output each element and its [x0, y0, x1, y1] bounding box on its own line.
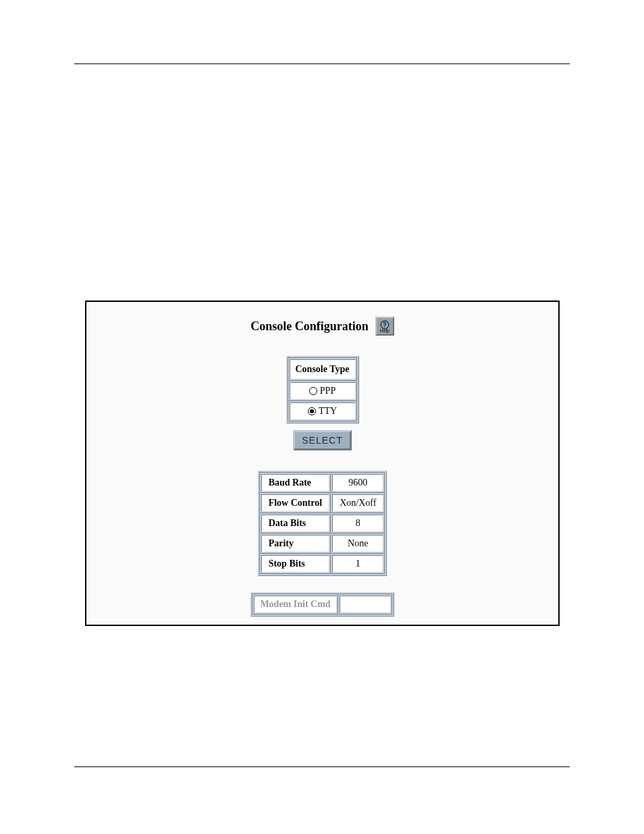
console-type-header: Console Type	[288, 358, 357, 381]
help-label: Help	[380, 328, 390, 333]
modem-init-label: Modem Init Cmd	[252, 594, 338, 615]
radio-tty-label: TTY	[319, 406, 337, 417]
panel-header: Console Configuration Help	[86, 317, 558, 336]
radio-ppp-label: PPP	[320, 386, 336, 396]
page-title: Console Configuration	[250, 319, 369, 334]
modem-init-value[interactable]	[338, 594, 392, 615]
console-type-option-ppp[interactable]: PPP	[288, 381, 357, 401]
flow-control-value: Xon/Xoff	[331, 493, 385, 513]
radio-tty[interactable]	[308, 407, 316, 415]
table-row: Stop Bits 1	[260, 554, 385, 574]
console-type-option-tty[interactable]: TTY	[288, 401, 357, 421]
radio-ppp[interactable]	[309, 387, 317, 395]
table-row: Modem Init Cmd	[252, 594, 392, 615]
parity-value: None	[331, 533, 385, 554]
table-row: Data Bits 8	[260, 513, 385, 533]
select-button[interactable]: SELECT	[293, 430, 351, 450]
table-row: Flow Control Xon/Xoff	[260, 493, 385, 513]
top-rule	[74, 63, 570, 64]
table-row: Baud Rate 9600	[260, 473, 385, 493]
console-config-panel: Console Configuration Help Console Type …	[85, 301, 560, 626]
console-type-table: Console Type PPP TTY	[286, 356, 359, 423]
stop-bits-value: 1	[331, 554, 385, 574]
data-bits-value: 8	[331, 513, 385, 533]
baud-rate-value: 9600	[331, 473, 385, 493]
flow-control-label: Flow Control	[260, 493, 331, 513]
svg-point-1	[384, 326, 385, 327]
bottom-rule	[74, 766, 570, 767]
modem-init-table: Modem Init Cmd	[250, 592, 394, 617]
parity-label: Parity	[260, 533, 331, 554]
stop-bits-label: Stop Bits	[260, 554, 331, 574]
help-button[interactable]: Help	[375, 317, 394, 336]
table-row: Parity None	[260, 533, 385, 554]
baud-rate-label: Baud Rate	[260, 473, 331, 493]
data-bits-label: Data Bits	[260, 513, 331, 533]
serial-settings-table: Baud Rate 9600 Flow Control Xon/Xoff Dat…	[258, 471, 387, 576]
